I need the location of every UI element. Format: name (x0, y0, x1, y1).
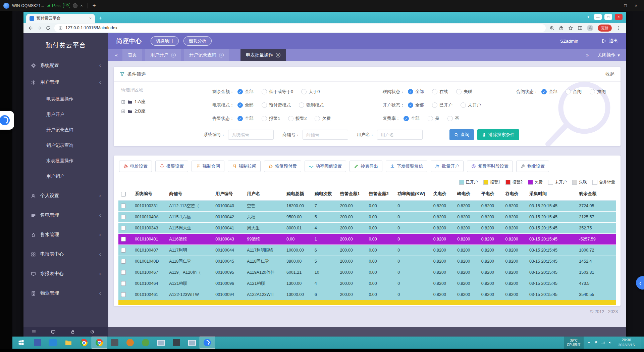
table-row-4[interactable]: 0010100407A117利明00100044A117利明眼镜10000.00… (118, 245, 616, 256)
filter-option[interactable]: 在线 (432, 89, 448, 95)
radio-checked-icon[interactable]: ✓ (404, 116, 409, 121)
row-checkbox[interactable] (121, 270, 126, 275)
show-desktop-button[interactable] (641, 337, 643, 349)
back-icon[interactable] (28, 26, 33, 31)
taskbar-app-app-orange[interactable] (122, 337, 138, 349)
start-button[interactable] (12, 337, 30, 349)
filter-option[interactable]: 已开户 (432, 102, 452, 108)
radio-icon[interactable] (288, 116, 293, 121)
filter-option[interactable]: 预付费模式 (262, 102, 291, 108)
row-checkbox[interactable] (121, 259, 126, 264)
screen-icon[interactable] (51, 329, 56, 334)
taskbar-app-app-blue[interactable] (30, 337, 45, 349)
hd-badge[interactable]: HD (63, 3, 70, 8)
menu-dots-icon[interactable] (616, 26, 621, 31)
radio-icon[interactable] (456, 89, 462, 94)
toolbar-button-3[interactable]: 强制拉闸 (228, 161, 261, 172)
row-checkbox[interactable] (121, 226, 126, 230)
taskbar-app-chrome[interactable] (76, 337, 92, 349)
tabs-scroll-right-icon[interactable]: » (583, 52, 592, 58)
sidebar-item-0[interactable]: 系统配置‹ (23, 57, 108, 74)
lock-icon[interactable] (70, 329, 75, 334)
select-all-checkbox[interactable] (121, 192, 126, 196)
refresh-icon[interactable] (46, 26, 51, 31)
sidebar-item-5[interactable]: 电报表中心‹ (23, 245, 108, 264)
filter-input-2[interactable] (377, 130, 423, 140)
sidebar-item-2[interactable]: 个人设置‹ (23, 186, 108, 206)
share-icon[interactable] (559, 26, 564, 31)
radio-icon[interactable] (447, 116, 453, 121)
power-icon[interactable] (90, 329, 95, 334)
table-row-2[interactable]: 0010100343A115周大生00100041周大生8000.014200.… (118, 223, 616, 234)
address-bar[interactable]: 127.0.0.1:10315/Main/Index (54, 24, 546, 32)
filter-option[interactable]: 欠费 (315, 116, 331, 122)
table-row-7[interactable]: 0010100464A121柏联00100096A121柏联1300.00420… (118, 278, 616, 289)
filter-option[interactable]: 报警1 (262, 116, 280, 122)
sidebar-item-1[interactable]: 用户管理‹ (23, 74, 108, 91)
tab-close-icon[interactable]: × (171, 53, 176, 57)
radio-icon[interactable] (299, 102, 304, 108)
radio-icon[interactable] (461, 102, 466, 108)
filter-option[interactable]: ✓全部 (408, 89, 424, 95)
collapse-button[interactable]: 收起 (605, 71, 614, 77)
tab-2[interactable]: 开户记录查询× (184, 49, 229, 61)
radio-icon[interactable] (262, 116, 267, 121)
remote-new-tab-button[interactable]: + (93, 2, 96, 9)
filter-option[interactable]: ✓全部 (237, 102, 254, 108)
toolbar-button-0[interactable]: 电价设置 (119, 161, 152, 172)
row-checkbox[interactable] (121, 204, 126, 208)
toolbar-button-8[interactable]: 批量开户 (431, 161, 464, 172)
filter-option[interactable]: 大于0 (301, 89, 320, 95)
taskbar-app-todesk[interactable] (200, 337, 215, 349)
tab-close-icon[interactable]: × (219, 53, 224, 57)
browser-tab[interactable]: 预付费云平台 × (26, 14, 95, 23)
sidebar-subitem-5[interactable]: 用户销户 (23, 169, 108, 184)
table-row-3[interactable]: 0010100401A116酒馆0010004399酒馆0.001200.000… (118, 234, 616, 245)
search-button[interactable]: 查询 (449, 129, 474, 140)
sidebar-item-3[interactable]: 售电管理‹ (23, 206, 108, 225)
menu-collapse-icon[interactable] (32, 329, 36, 334)
taskbar-app-app-green[interactable] (138, 337, 153, 349)
radio-checked-icon[interactable]: ✓ (237, 116, 243, 121)
toolbar-button-9[interactable]: 复费率时段设置 (467, 161, 513, 172)
action-center-icon[interactable] (594, 341, 598, 345)
cpu-temp-widget[interactable]: 39℃ CPU温度 (564, 337, 584, 349)
clear-search-button[interactable]: 清除搜索条件 (477, 129, 519, 140)
taskbar-app-file-explorer[interactable] (61, 337, 76, 349)
volume-icon[interactable] (608, 341, 612, 345)
close-icon[interactable]: × (635, 3, 637, 8)
taskbar-app-app-dark[interactable] (107, 337, 122, 349)
filter-input-1[interactable] (303, 130, 348, 140)
taskbar-app-app-settings[interactable] (169, 337, 184, 349)
tab-3[interactable]: 电表批量操作× (240, 49, 286, 61)
row-checkbox[interactable] (121, 215, 126, 219)
sidebar-subitem-1[interactable]: 用户开户 (23, 107, 108, 122)
energy-analysis-button[interactable]: 能耗分析 (183, 36, 212, 46)
clock[interactable]: 20:30 2023/3/15 (615, 338, 637, 348)
remote-tab-close-icon[interactable]: × (80, 3, 83, 8)
toolbar-button-4[interactable]: 恢复预付费 (264, 161, 301, 172)
radio-icon[interactable] (566, 89, 571, 94)
radio-checked-icon[interactable]: ✓ (408, 102, 413, 108)
username[interactable]: SZadmin (560, 39, 578, 44)
filter-option[interactable]: ✓全部 (404, 116, 420, 122)
sidebar-item-7[interactable]: 物业管理‹ (23, 283, 108, 303)
chevron-down-icon[interactable]: ▾ (587, 15, 589, 19)
close-operations-menu[interactable]: 关闭操作 ▾ (597, 52, 623, 58)
tab-close-icon[interactable]: × (276, 53, 280, 57)
table-row-6[interactable]: 0010100467A119、A120佰（00100095A119A120佰佳6… (118, 267, 616, 278)
row-checkbox[interactable] (121, 237, 126, 241)
radio-icon[interactable] (301, 89, 307, 94)
profile-avatar[interactable] (587, 25, 593, 31)
filter-option[interactable]: 低于或等于0 (262, 89, 293, 95)
tree-node-1[interactable]: 2:B座 (121, 106, 180, 116)
taskbar-app-vm-window-2[interactable] (184, 337, 200, 349)
row-checkbox[interactable] (121, 292, 126, 297)
radio-icon[interactable] (262, 102, 267, 108)
toolbar-button-6[interactable]: 抄表导出 (350, 161, 382, 172)
tab-0[interactable]: 首页 (122, 49, 142, 61)
radio-checked-icon[interactable]: ✓ (237, 102, 243, 108)
filter-option[interactable]: 是 (428, 116, 439, 122)
browser-tab-close-icon[interactable]: × (89, 16, 92, 21)
sidebar-subitem-3[interactable]: 销户记录查询 (23, 138, 108, 153)
